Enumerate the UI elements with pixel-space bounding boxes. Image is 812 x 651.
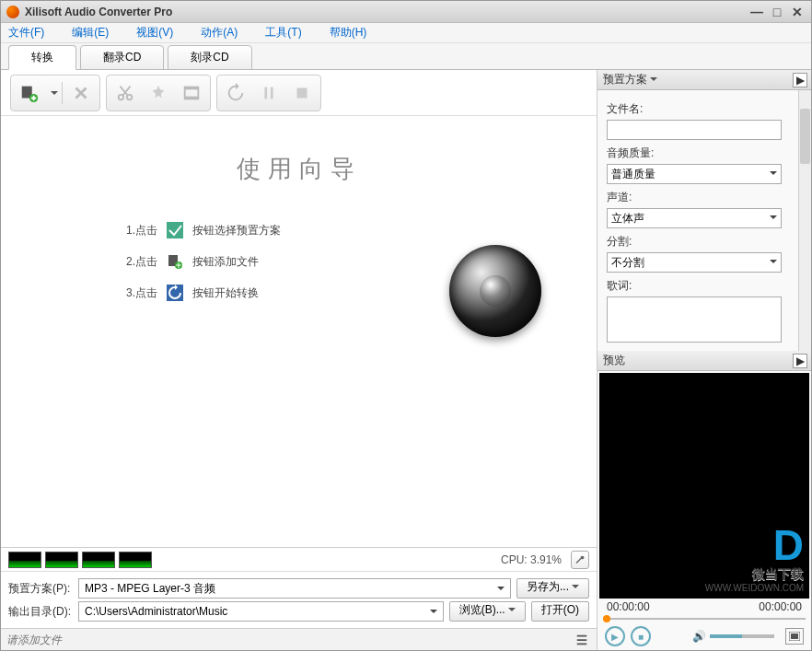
split-label: 分割: (607, 234, 802, 250)
wizard-step-2-text: 按钮添加文件 (192, 254, 259, 270)
snapshot-button[interactable] (785, 628, 804, 645)
cpu-core-4 (119, 552, 152, 568)
browse-button[interactable]: 浏览(B)... (449, 601, 526, 622)
menu-file[interactable]: 文件(F) (8, 25, 44, 41)
split-select[interactable]: 不分割 (607, 252, 782, 273)
menu-action[interactable]: 动作(A) (201, 25, 238, 41)
maximize-button[interactable]: □ (769, 5, 785, 19)
clip-button[interactable] (177, 78, 206, 108)
lyrics-label: 歌词: (607, 278, 802, 294)
app-logo-icon (6, 6, 19, 18)
titlebar: Xilisoft Audio Converter Pro — □ ✕ (1, 1, 811, 23)
add-file-dropdown-icon[interactable] (48, 87, 58, 99)
preview-panel: D 微当下载 WWW.WEIDOWN.COM 00:00:00 00:00:00… (597, 371, 811, 650)
svg-rect-10 (167, 222, 183, 238)
wizard-title: 使用向导 (237, 153, 362, 185)
menu-help[interactable]: 帮助(H) (330, 25, 367, 41)
preview-panel-header: 预览 ▶ (597, 351, 811, 371)
preset-panel-collapse-icon[interactable]: ▶ (793, 73, 807, 87)
outdir-combo[interactable]: C:\Users\Administrator\Music (78, 601, 444, 622)
wizard-step-1-text: 按钮选择预置方案 (192, 223, 281, 238)
preset-icon (167, 222, 183, 238)
cpu-core-3 (82, 552, 115, 568)
cut-button[interactable] (110, 78, 140, 108)
wizard-step-3-text: 按钮开始转换 (192, 285, 259, 301)
volume-slider[interactable] (710, 634, 774, 638)
delete-button[interactable] (66, 78, 96, 108)
preview-video: D 微当下载 WWW.WEIDOWN.COM (599, 373, 809, 599)
effects-button[interactable] (144, 78, 173, 108)
cpu-bar: CPU: 3.91% (1, 547, 597, 571)
tab-rip-cd[interactable]: 翻录CD (80, 45, 164, 70)
quality-select[interactable]: 普通质量 (607, 164, 782, 184)
pause-button[interactable] (254, 78, 284, 108)
menu-tools[interactable]: 工具(T) (265, 25, 301, 41)
open-button[interactable]: 打开(O) (531, 601, 589, 622)
svg-rect-15 (791, 634, 798, 639)
quality-label: 音频质量: (607, 145, 802, 161)
properties-panel: 文件名: 音频质量: 普通质量 声道: 立体声 分割: 不分割 歌词: (597, 90, 811, 351)
wizard-area: 使用向导 1.点击 按钮选择预置方案 2.点击 按钮添加文件 3.点击 (1, 116, 597, 547)
cpu-core-1 (8, 552, 41, 568)
convert-icon (167, 285, 183, 301)
stop-button[interactable] (287, 78, 317, 108)
wizard-step-2: 2.点击 按钮添加文件 (121, 253, 281, 270)
wizard-step-3: 3.点击 按钮开始转换 (121, 285, 281, 301)
menu-edit[interactable]: 编辑(E) (72, 25, 109, 41)
watermark-logo-icon: D (705, 524, 804, 566)
time-elapsed: 00:00:00 (607, 600, 650, 613)
close-button[interactable]: ✕ (789, 5, 806, 19)
add-file-button[interactable] (15, 78, 44, 108)
svg-rect-6 (185, 96, 199, 99)
preset-panel-header: 预置方案 ▶ (597, 70, 811, 90)
side-panel: 预置方案 ▶ 文件名: 音频质量: 普通质量 声道: 立体声 分割: 不分割 歌… (597, 70, 811, 650)
preset-panel-dropdown[interactable]: 预置方案 (603, 72, 657, 87)
filename-input[interactable] (607, 120, 782, 140)
channel-label: 声道: (607, 190, 802, 205)
tabs: 转换 翻录CD 刻录CD (1, 43, 811, 69)
svg-rect-7 (264, 87, 267, 99)
lyrics-input[interactable] (607, 296, 782, 343)
outdir-label: 输出目录(D): (8, 604, 73, 620)
speaker-image (449, 245, 541, 337)
filename-label: 文件名: (607, 101, 802, 117)
search-bar (1, 628, 597, 650)
app-title: Xilisoft Audio Converter Pro (25, 6, 748, 18)
toolbar (1, 70, 597, 116)
main-panel: 使用向导 1.点击 按钮选择预置方案 2.点击 按钮添加文件 3.点击 (1, 70, 597, 650)
tab-convert[interactable]: 转换 (8, 45, 76, 70)
menubar: 文件(F) 编辑(E) 视图(V) 动作(A) 工具(T) 帮助(H) (1, 23, 811, 43)
wizard-step-1: 1.点击 按钮选择预置方案 (121, 222, 281, 238)
preset-label: 预置方案(P): (8, 581, 73, 597)
volume-icon[interactable]: 🔊 (692, 630, 706, 643)
play-button[interactable]: ▶ (605, 626, 625, 646)
preset-combo[interactable]: MP3 - MPEG Layer-3 音频 (78, 578, 511, 599)
tab-burn-cd[interactable]: 刻录CD (168, 45, 251, 70)
svg-rect-8 (271, 87, 273, 99)
convert-button[interactable] (221, 78, 250, 108)
time-total: 00:00:00 (759, 600, 802, 613)
cpu-core-2 (45, 552, 78, 568)
svg-rect-5 (185, 87, 199, 89)
saveas-button[interactable]: 另存为... (516, 578, 589, 599)
seek-slider[interactable] (603, 615, 806, 622)
search-input[interactable] (6, 634, 569, 646)
output-settings: 预置方案(P): MP3 - MPEG Layer-3 音频 另存为... 输出… (1, 571, 597, 628)
channel-select[interactable]: 立体声 (607, 208, 782, 228)
watermark: D 微当下载 WWW.WEIDOWN.COM (705, 524, 804, 593)
svg-rect-9 (297, 87, 307, 98)
app-window: Xilisoft Audio Converter Pro — □ ✕ 文件(F)… (0, 0, 812, 651)
preview-panel-collapse-icon[interactable]: ▶ (793, 354, 807, 368)
add-file-icon (167, 253, 183, 270)
stop-preview-button[interactable]: ■ (631, 626, 651, 646)
preview-header-text: 预览 (603, 353, 625, 368)
props-scrollbar[interactable] (798, 90, 811, 351)
cpu-usage-text: CPU: 3.91% (501, 553, 562, 566)
menu-view[interactable]: 视图(V) (136, 25, 173, 41)
list-view-icon[interactable] (573, 631, 591, 649)
minimize-button[interactable]: — (748, 5, 765, 19)
settings-button[interactable] (571, 551, 589, 569)
